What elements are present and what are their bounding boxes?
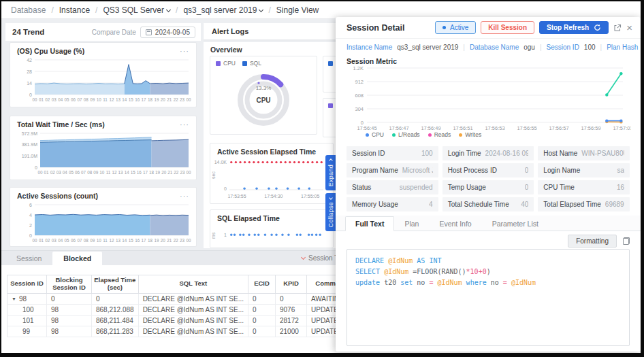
field-value: 4 <box>429 201 433 208</box>
svg-text:17:56:51: 17:56:51 <box>453 125 472 131</box>
table-cell[interactable]: DECLARE @IdNum AS INT SE... <box>138 326 248 337</box>
svg-text:12: 12 <box>109 238 114 243</box>
svg-text:10: 10 <box>97 238 102 243</box>
divider: | <box>540 44 542 51</box>
trend-panel-header: 24 Trend Compare Date 2024-09-05 <box>5 23 201 41</box>
field-label: CPU Time <box>543 184 575 191</box>
tab-blocked[interactable]: Blocked <box>52 252 102 265</box>
info-label[interactable]: Plan Hash <box>607 44 638 51</box>
table-cell[interactable]: DECLARE @IdNum AS INT SE... <box>138 304 248 315</box>
table-cell[interactable]: 98 <box>47 315 92 326</box>
stop-refresh-button[interactable]: Stop Refresh <box>539 21 609 34</box>
session-metric-legend: CPUL/ReadsReadsWrites <box>366 131 481 138</box>
column-header[interactable]: KPID <box>275 275 306 294</box>
table-cell[interactable]: 101 <box>7 315 47 326</box>
tab-parameter-list[interactable]: Parameter List <box>482 216 549 231</box>
table-cell[interactable]: 100 <box>7 304 47 315</box>
svg-text:13: 13 <box>118 170 124 175</box>
info-label[interactable]: Session ID <box>547 44 579 51</box>
breadcrumb-item[interactable]: QS3 SQL Server <box>103 5 170 15</box>
field-value: suspended <box>400 184 433 191</box>
svg-text:16: 16 <box>137 170 142 175</box>
svg-text:17: 17 <box>143 170 148 175</box>
svg-text:02: 02 <box>50 170 56 175</box>
collapse-button[interactable]: Collapse <box>325 193 336 231</box>
table-cell[interactable]: 868,211.283 <box>92 326 139 337</box>
expand-button[interactable]: Expand <box>325 155 336 190</box>
svg-text:04: 04 <box>58 97 63 102</box>
breadcrumb-item[interactable]: Database <box>11 5 46 15</box>
info-value: qs3_sql server 2019 <box>397 44 458 51</box>
table-cell[interactable]: 98 <box>47 326 92 337</box>
svg-text:17:56:55: 17:56:55 <box>517 125 536 131</box>
table-cell[interactable]: 868,212.088 <box>92 304 139 315</box>
svg-text:2: 2 <box>29 223 32 228</box>
svg-text:21: 21 <box>167 170 173 175</box>
sql-full-text[interactable]: DECLARE @IdNum AS INTSELECT @IdNum =FLOO… <box>347 249 630 346</box>
active-toggle-button[interactable]: Active <box>435 21 476 34</box>
table-cell[interactable]: 0 <box>275 293 306 304</box>
svg-text:1.2K: 1.2K <box>353 65 364 71</box>
table-cell[interactable]: DECLARE @IdNum AS INT SE... <box>138 293 248 304</box>
table-cell[interactable]: 9076 <box>275 304 306 315</box>
field-label: Program Name <box>352 167 398 174</box>
copy-icon[interactable] <box>623 237 630 245</box>
compare-date-input[interactable]: 2024-09-05 <box>140 27 195 38</box>
calendar-icon <box>146 29 152 35</box>
table-cell[interactable]: 98 <box>47 304 92 315</box>
table-cell[interactable]: 0 <box>47 293 92 304</box>
table-cell[interactable]: DECLARE @IdNum AS INT SE... <box>138 315 248 326</box>
expand-caret-icon[interactable]: ▼ <box>12 296 16 301</box>
table-cell[interactable]: 0 <box>92 293 139 304</box>
detail-field: CPU Time16 <box>538 180 630 194</box>
stop-refresh-label: Stop Refresh <box>547 24 589 31</box>
column-header[interactable]: Blocking Session ID <box>47 275 92 294</box>
column-header[interactable]: Elapsed Time (sec) <box>92 275 139 294</box>
table-cell[interactable]: ▼98 <box>7 293 47 304</box>
tab-full-text[interactable]: Full Text <box>345 216 394 231</box>
table-cell[interactable]: 99 <box>7 326 47 337</box>
close-icon[interactable]: × <box>626 24 632 32</box>
table-cell[interactable]: 0 <box>248 293 275 304</box>
cpu-donut-chart: 13.3%CPU <box>231 67 296 131</box>
formatting-button[interactable]: Formatting <box>568 235 617 248</box>
expand-label: Expand <box>327 165 334 186</box>
table-cell[interactable]: 28172 <box>275 315 306 326</box>
svg-text:05: 05 <box>69 170 74 175</box>
active-session-elapsed-card: Active Session Elapsed Time 14.0K0sec17:… <box>210 143 334 204</box>
breadcrumb-item[interactable]: Single View <box>276 5 319 15</box>
info-label[interactable]: Instance Name <box>347 44 392 51</box>
column-header[interactable]: ECID <box>248 275 275 294</box>
more-menu-icon[interactable]: ··· <box>180 49 189 53</box>
tab-session[interactable]: Session <box>5 252 52 265</box>
svg-text:191.0M: 191.0M <box>22 154 38 158</box>
table-cell[interactable]: 0 <box>248 315 275 326</box>
svg-text:21: 21 <box>167 238 172 243</box>
svg-text:23: 23 <box>180 170 185 175</box>
kill-session-button[interactable]: Kill Session <box>481 21 534 34</box>
tab-plan[interactable]: Plan <box>394 216 429 231</box>
detail-field: Session ID100 <box>347 146 438 160</box>
info-label[interactable]: Database Name <box>470 44 519 51</box>
legend-swatch <box>328 103 333 108</box>
table-cell[interactable]: 0 <box>248 326 275 337</box>
svg-text:06: 06 <box>71 97 76 102</box>
field-value: 696890870 <box>605 201 624 208</box>
breadcrumb-item[interactable]: qs3_sql server 2019 <box>183 5 263 15</box>
overview-legend: CPUSQL <box>210 56 317 67</box>
svg-text:04: 04 <box>58 238 63 243</box>
svg-text:17: 17 <box>142 238 147 243</box>
table-cell[interactable]: 0 <box>248 304 275 315</box>
table-cell[interactable]: 21000 <box>275 326 306 337</box>
tab-event-info[interactable]: Event Info <box>429 216 481 231</box>
more-menu-icon[interactable]: ··· <box>180 194 189 198</box>
breadcrumb-item[interactable]: Instance <box>59 5 90 15</box>
more-menu-icon[interactable]: ··· <box>180 122 189 126</box>
chart-title: SQL Elapsed Time <box>210 210 333 222</box>
table-cell[interactable]: 868,211.484 <box>92 315 139 326</box>
column-header[interactable]: SQL Text <box>138 275 248 294</box>
open-in-new-window-icon[interactable] <box>613 24 622 32</box>
active-sessions-card: Active Sessions (count) ··· 642000010203… <box>10 187 197 247</box>
column-header[interactable]: Session ID <box>7 275 47 294</box>
svg-text:15: 15 <box>129 238 134 243</box>
